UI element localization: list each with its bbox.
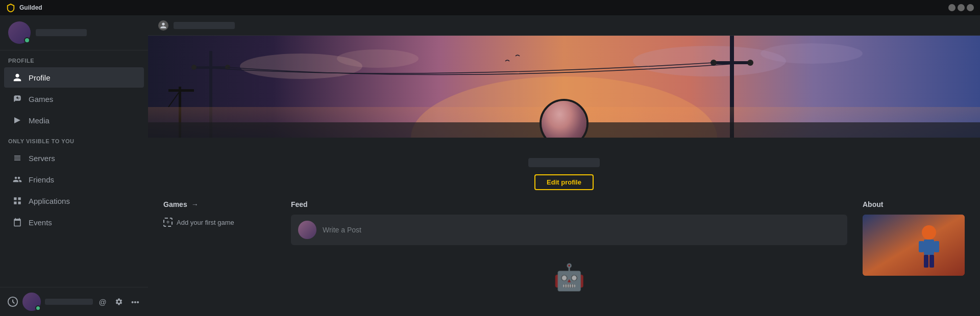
calendar-icon bbox=[12, 217, 22, 227]
about-column: About bbox=[863, 200, 965, 276]
app-title: Guilded bbox=[19, 4, 42, 11]
gamepad-icon bbox=[12, 94, 22, 104]
feed-empty-icon: 🤖 bbox=[553, 262, 585, 292]
profile-avatar bbox=[540, 99, 589, 138]
bottom-status-indicator bbox=[35, 305, 41, 311]
gear-button[interactable] bbox=[113, 296, 125, 307]
profile-avatar-image bbox=[542, 101, 586, 138]
maximize-button[interactable]: □ bbox=[958, 4, 965, 11]
profile-avatar-container bbox=[540, 99, 589, 138]
svg-rect-22 bbox=[924, 240, 934, 255]
games-column: Games → + Add your first game bbox=[163, 200, 276, 230]
feed-label: Feed bbox=[291, 200, 308, 208]
play-icon bbox=[12, 115, 22, 125]
svg-point-9 bbox=[191, 65, 197, 70]
main-content: Edit profile Games → + Add your first ga… bbox=[148, 15, 980, 316]
games-column-header: Games → bbox=[163, 200, 276, 208]
sidebar-item-profile[interactable]: Profile bbox=[4, 67, 144, 88]
write-post-avatar bbox=[298, 221, 316, 239]
titlebar: Guilded — □ ✕ bbox=[0, 0, 980, 15]
svg-rect-26 bbox=[929, 255, 934, 268]
games-arrow-icon[interactable]: → bbox=[191, 200, 199, 208]
sidebar-item-applications-label: Applications bbox=[29, 197, 70, 205]
about-label: About bbox=[863, 200, 883, 208]
svg-rect-24 bbox=[934, 241, 939, 252]
app-body: Profile Profile Games Media Only visible… bbox=[0, 15, 980, 316]
sidebar-bottom: @ ••• bbox=[0, 287, 148, 316]
svg-rect-25 bbox=[924, 255, 928, 268]
bottom-icons: @ ••• bbox=[97, 296, 141, 307]
sidebar-item-profile-label: Profile bbox=[29, 73, 51, 82]
feed-column: Feed Write a Post 🤖 bbox=[291, 200, 847, 307]
profile-body: Edit profile Games → + Add your first ga… bbox=[148, 138, 980, 316]
profile-username-display bbox=[528, 158, 600, 167]
person-icon bbox=[12, 72, 22, 83]
sidebar-item-games[interactable]: Games bbox=[4, 89, 144, 109]
close-button[interactable]: ✕ bbox=[967, 4, 974, 11]
sidebar-avatar-wrapper bbox=[8, 21, 31, 44]
write-post-text: Write a Post bbox=[323, 226, 840, 234]
profile-banner bbox=[148, 36, 980, 138]
sidebar-avatar-status bbox=[24, 37, 30, 43]
svg-rect-23 bbox=[919, 241, 924, 252]
section-label-profile: Profile bbox=[0, 50, 148, 67]
sidebar-item-friends[interactable]: Friends bbox=[4, 169, 144, 190]
sidebar: Profile Profile Games Media Only visible… bbox=[0, 15, 148, 316]
games-label: Games bbox=[163, 200, 187, 208]
svg-rect-20 bbox=[863, 215, 965, 276]
sidebar-user-header bbox=[0, 15, 148, 50]
svg-point-4 bbox=[337, 49, 419, 68]
settings-circle-button[interactable] bbox=[7, 296, 18, 307]
sidebar-username bbox=[36, 29, 87, 36]
profile-columns: Games → + Add your first game Feed bbox=[148, 200, 980, 307]
sidebar-item-media[interactable]: Media bbox=[4, 110, 144, 130]
sidebar-item-events[interactable]: Events bbox=[4, 212, 144, 232]
guilded-logo-icon bbox=[6, 3, 15, 12]
sidebar-item-applications[interactable]: Applications bbox=[4, 191, 144, 211]
sidebar-spacer bbox=[0, 233, 148, 287]
sidebar-item-friends-label: Friends bbox=[29, 175, 54, 184]
add-game-icon: + bbox=[163, 218, 173, 227]
about-thumbnail-image bbox=[863, 215, 965, 276]
edit-profile-button[interactable]: Edit profile bbox=[534, 174, 594, 190]
bottom-avatar-wrapper bbox=[22, 293, 41, 311]
window-controls: — □ ✕ bbox=[948, 4, 974, 11]
sidebar-item-servers-label: Servers bbox=[29, 154, 55, 163]
sidebar-item-media-label: Media bbox=[29, 116, 50, 125]
sidebar-item-events-label: Events bbox=[29, 218, 52, 227]
write-post-area[interactable]: Write a Post bbox=[291, 215, 847, 245]
add-first-game-label: Add your first game bbox=[177, 219, 234, 226]
server-icon bbox=[12, 153, 22, 163]
about-thumbnail-svg bbox=[863, 215, 965, 276]
sidebar-item-games-label: Games bbox=[29, 95, 53, 103]
svg-point-6 bbox=[761, 43, 863, 64]
titlebar-left: Guilded bbox=[6, 3, 42, 12]
sidebar-item-servers[interactable]: Servers bbox=[4, 148, 144, 168]
bottom-username bbox=[45, 299, 93, 305]
mention-button[interactable]: @ bbox=[97, 296, 108, 307]
profile-topbar-name bbox=[174, 22, 235, 29]
add-first-game-button[interactable]: + Add your first game bbox=[163, 215, 276, 230]
section-label-only-visible: Only visible to you bbox=[0, 131, 148, 147]
more-options-button[interactable]: ••• bbox=[130, 296, 141, 307]
profile-topbar bbox=[148, 15, 980, 36]
about-thumbnail bbox=[863, 215, 965, 276]
friends-icon bbox=[12, 174, 22, 185]
profile-topbar-avatar bbox=[158, 20, 168, 31]
minimize-button[interactable]: — bbox=[948, 4, 955, 11]
svg-point-21 bbox=[922, 225, 936, 240]
about-column-header: About bbox=[863, 200, 965, 208]
feed-column-header: Feed bbox=[291, 200, 847, 208]
apps-icon bbox=[12, 196, 22, 206]
feed-empty-state: 🤖 bbox=[291, 252, 847, 307]
